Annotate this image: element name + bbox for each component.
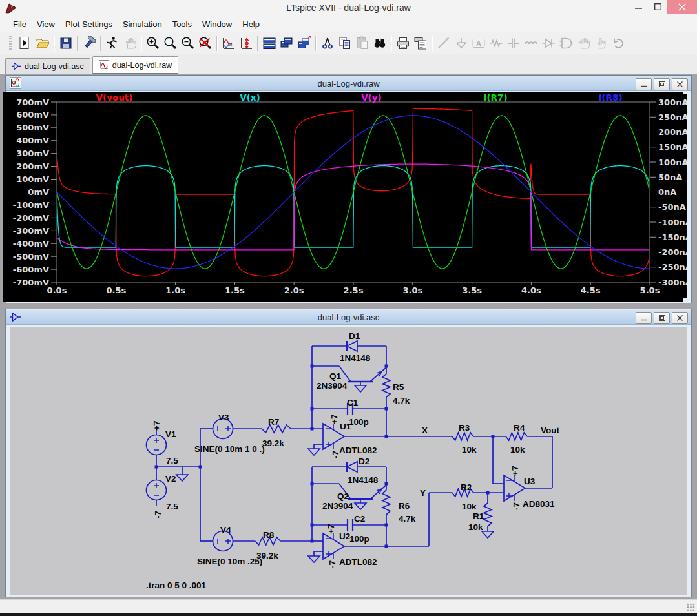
find-button[interactable] — [371, 34, 388, 52]
tile-horizontal-button[interactable] — [260, 34, 278, 52]
y-right-tick-label: -100nA — [658, 218, 687, 227]
component-label: 10k — [510, 445, 525, 455]
minimize-button[interactable] — [629, 0, 648, 14]
menu-view[interactable]: View — [32, 18, 60, 30]
wire-junction — [385, 365, 388, 368]
legend-V(y)[interactable]: V(y) — [361, 94, 382, 103]
schematic-canvas[interactable]: D11N4148Q12N3904R54.7kC1100pV3R7U1SINE(0… — [10, 327, 687, 595]
restore-button[interactable] — [654, 78, 670, 90]
place-ground-icon — [453, 36, 469, 51]
new-schematic-button[interactable] — [16, 34, 34, 52]
legend-I(R8)[interactable]: I(R8) — [598, 94, 622, 103]
place-net-label-button: A — [470, 34, 487, 52]
component-label: 39.2k — [262, 438, 284, 448]
waveform-plot[interactable]: 700mV600mV500mV400mV300mV200mV100mV0mV-1… — [10, 94, 687, 298]
place-diode-button — [539, 34, 557, 52]
wire-junction — [311, 524, 314, 527]
schematic-window-titlebar[interactable]: dual-Log-vdi.asc — [6, 310, 691, 325]
component-label: R1 — [473, 511, 484, 521]
component-label: -7 — [153, 511, 163, 518]
tile-vertical-button[interactable] — [278, 34, 295, 52]
legend-V(x)[interactable]: V(x) — [240, 94, 260, 103]
place-ground-button — [452, 34, 470, 52]
y-right-tick-label: 300nA — [658, 98, 687, 107]
mark-data-points-button[interactable] — [237, 34, 255, 52]
component-label: R6 — [399, 501, 410, 511]
y-left-tick-label: -100mV — [13, 200, 49, 210]
close-button[interactable] — [672, 78, 688, 90]
cut-button[interactable] — [318, 34, 336, 52]
minimize-button[interactable] — [636, 312, 652, 324]
zoom-out-button[interactable] — [179, 34, 196, 52]
restore-button[interactable] — [654, 312, 670, 324]
wire-junction — [385, 435, 388, 438]
y-right-tick-label: 100nA — [658, 158, 687, 167]
x-tick-label: 5.0s — [640, 285, 660, 295]
y-right-tick-label: -250nA — [658, 262, 687, 272]
zoom-area-button[interactable] — [161, 34, 179, 52]
y-left-tick-label: 300mV — [16, 149, 49, 158]
component-label: D1 — [349, 331, 360, 341]
x-tick-label: 3.0s — [402, 285, 422, 295]
menu-help[interactable]: Help — [237, 18, 265, 30]
y-right-tick-label: -50nA — [658, 202, 686, 212]
zoom-full-extents-button[interactable] — [196, 34, 214, 52]
place-capacitor-icon — [506, 36, 521, 51]
autorange-icon — [221, 36, 236, 51]
zoom-in-button[interactable] — [144, 34, 161, 52]
y-left-tick-label: 400mV — [16, 136, 49, 145]
close-button[interactable] — [667, 0, 697, 14]
waveform-window-title: dual-Log-vdi.raw — [6, 79, 691, 88]
component-label: 4.7k — [399, 514, 416, 524]
waveform-window-titlebar[interactable]: dual-Log-vdi.raw — [6, 76, 691, 91]
component-label: U2 — [339, 531, 350, 541]
component-label: C2 — [354, 514, 365, 524]
component-label: Q1 — [329, 371, 342, 381]
component-label: SINE(0 10m 1 0 .) — [194, 444, 265, 454]
copy-button[interactable] — [336, 34, 353, 52]
component-label: -7 — [328, 560, 337, 568]
menu-simulation[interactable]: Simulation — [118, 18, 167, 30]
minimize-button[interactable] — [636, 78, 652, 90]
tab-schematic[interactable]: dual-Log-vdi.asc — [5, 58, 90, 74]
component-label: V4 — [220, 525, 231, 535]
control-panel-button[interactable] — [80, 34, 98, 52]
undo-button — [609, 34, 627, 52]
maxim ize-button[interactable] — [648, 0, 667, 14]
save-button[interactable] — [57, 34, 74, 52]
close-button[interactable] — [672, 312, 688, 324]
cascade-windows-button[interactable] — [295, 34, 313, 52]
component-label: U1 — [340, 422, 351, 431]
run-button[interactable] — [103, 34, 121, 52]
mark-data-points-icon — [238, 36, 254, 51]
wire-junction — [311, 365, 314, 368]
component-label: R5 — [393, 382, 404, 392]
component-label: 10k — [462, 502, 477, 511]
print-preview-button[interactable] — [411, 34, 429, 52]
waveform-window-icon — [10, 77, 21, 89]
component-label: ADTL082 — [339, 557, 377, 567]
open-button[interactable] — [34, 34, 51, 52]
toolbar-grip[interactable] — [9, 36, 12, 51]
toolbar-separator — [100, 36, 101, 51]
menu-window[interactable]: Window — [197, 18, 237, 30]
component-label: -7 — [331, 451, 340, 458]
component-label: V3 — [218, 413, 229, 422]
print-button[interactable] — [394, 34, 411, 52]
tab-waveform[interactable]: dual-Log-vdi.raw — [92, 56, 178, 74]
print-preview-icon — [413, 36, 428, 51]
component-label: +7 — [510, 466, 520, 476]
component-label: ADTL082 — [339, 446, 377, 455]
component-label: 2N3904 — [322, 501, 353, 511]
menu-file[interactable]: File — [8, 18, 32, 30]
plot-background — [10, 94, 687, 298]
autorange-button[interactable] — [220, 34, 237, 52]
undo-icon — [610, 36, 626, 51]
place-component-button — [557, 34, 574, 52]
menu-tools[interactable]: Tools — [167, 18, 197, 30]
legend-I(R7)[interactable]: I(R7) — [483, 94, 507, 103]
close-icon — [677, 81, 683, 87]
resize-grip[interactable] — [687, 603, 695, 611]
legend-V(vout)[interactable]: V(vout) — [96, 94, 133, 103]
menu-plot-settings[interactable]: Plot Settings — [60, 18, 118, 30]
